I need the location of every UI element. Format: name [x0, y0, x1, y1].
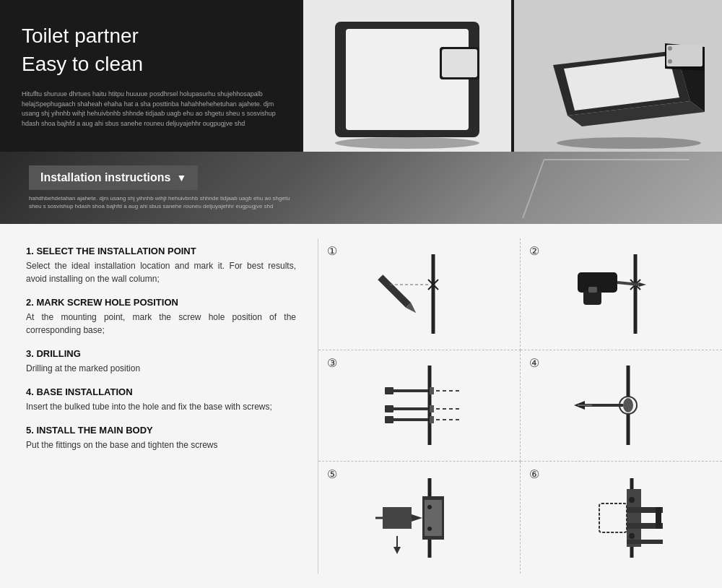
step-number-1: ①	[327, 244, 337, 258]
diagram-cell-5: ⑤	[318, 462, 521, 574]
instructions-panel: 1. SELECT THE INSTALLATION POINT Select …	[0, 238, 318, 574]
diagram-cell-3: ③	[318, 350, 521, 462]
step1-heading: 1. SELECT THE INSTALLATION POINT	[26, 246, 296, 256]
svg-rect-12	[378, 274, 411, 308]
instruction-block-1: 1. SELECT THE INSTALLATION POINT Select …	[26, 246, 296, 285]
svg-rect-34	[430, 405, 434, 412]
banner-arrow: ▼	[176, 172, 186, 183]
svg-rect-56	[656, 507, 661, 529]
diagram-5-svg	[326, 469, 513, 566]
step2-heading: 2. MARK SCREW HOLE POSITION	[26, 297, 296, 308]
svg-point-6	[668, 46, 672, 51]
svg-point-45	[427, 505, 432, 509]
svg-point-38	[623, 398, 633, 412]
instruction-block-2: 2. MARK SCREW HOLE POSITION At the mount…	[26, 297, 296, 337]
product-description: Hitufltu shuruue dhrtues haitu htitpu hu…	[22, 90, 282, 129]
svg-rect-49	[383, 507, 412, 529]
installation-badge: Installation instructions ▼ hahdhbehdeta…	[29, 165, 303, 210]
diagram-cell-2: ②	[521, 238, 723, 350]
svg-rect-22	[588, 287, 597, 293]
banner-subtitle: hahdhbehdetahan ajahete. djm usang shj y…	[29, 194, 303, 210]
svg-marker-21	[639, 282, 646, 287]
svg-rect-33	[430, 387, 434, 394]
svg-marker-48	[412, 514, 422, 522]
diagram-2-svg	[528, 246, 716, 342]
step-number-5: ⑤	[327, 467, 337, 481]
step3-body: Drilling at the marked position	[26, 362, 296, 375]
step3-heading: 3. DRILLING	[26, 348, 296, 359]
main-content: 1. SELECT THE INSTALLATION POINT Select …	[0, 224, 722, 588]
diagram-4-svg	[528, 358, 716, 454]
svg-marker-51	[393, 547, 401, 554]
step5-heading: 5. INSTALL THE MAIN BODY	[26, 425, 296, 436]
banner-section: Installation instructions ▼ hahdhbehdeta…	[0, 152, 722, 224]
step-number-6: ⑥	[529, 467, 539, 481]
svg-rect-59	[627, 540, 663, 544]
badge-container: Installation instructions ▼	[29, 165, 198, 190]
product-image-1	[303, 0, 511, 152]
sink-svg-1	[321, 7, 494, 144]
svg-point-8	[557, 137, 701, 149]
svg-point-57	[629, 497, 635, 503]
step-number-2: ②	[529, 244, 539, 258]
step4-body: Insert the bulked tube into the hole and…	[26, 400, 296, 413]
svg-rect-44	[425, 500, 442, 536]
svg-rect-29	[385, 416, 393, 423]
step-number-3: ③	[327, 356, 337, 370]
svg-rect-18	[578, 272, 617, 293]
svg-point-4	[335, 137, 479, 149]
step4-heading: 4. BASE INSTALLATION	[26, 386, 296, 397]
sink-svg-2	[531, 7, 705, 144]
step2-body: At the mounting point, mark the screw ho…	[26, 311, 296, 337]
product-info: Toilet partner Easy to clean Hitufltu sh…	[0, 0, 303, 152]
svg-point-46	[427, 527, 432, 531]
svg-rect-60	[599, 503, 627, 532]
svg-rect-3	[442, 49, 477, 77]
step1-body: Select the ideal installation location a…	[26, 259, 296, 285]
diagram-1-svg	[326, 246, 513, 342]
step5-body: Put the fittings on the base and tighten…	[26, 438, 296, 451]
svg-rect-53	[627, 489, 641, 547]
diagram-cell-4: ④	[521, 350, 723, 462]
diagram-cell-6: ⑥	[521, 462, 723, 574]
step-number-4: ④	[529, 356, 539, 370]
svg-rect-25	[385, 387, 393, 394]
diagram-3-svg	[326, 358, 513, 454]
svg-point-7	[668, 59, 672, 64]
diagram-6-svg	[528, 469, 716, 566]
product-images	[303, 0, 722, 152]
instruction-block-3: 3. DRILLING Drilling at the marked posit…	[26, 348, 296, 375]
product-image-2	[514, 0, 722, 152]
instruction-block-4: 4. BASE INSTALLATION Insert the bulked t…	[26, 386, 296, 413]
product-title: Toilet partner Easy to clean	[22, 22, 282, 78]
svg-point-58	[629, 533, 635, 539]
top-section: Toilet partner Easy to clean Hitufltu sh…	[0, 0, 722, 152]
diagram-panel: ① ②	[318, 238, 722, 574]
instruction-block-5: 5. INSTALL THE MAIN BODY Put the fitting…	[26, 425, 296, 451]
svg-rect-35	[430, 416, 434, 423]
svg-rect-27	[385, 405, 393, 412]
diagram-cell-1: ①	[318, 238, 521, 350]
installation-title: Installation instructions	[40, 171, 170, 184]
